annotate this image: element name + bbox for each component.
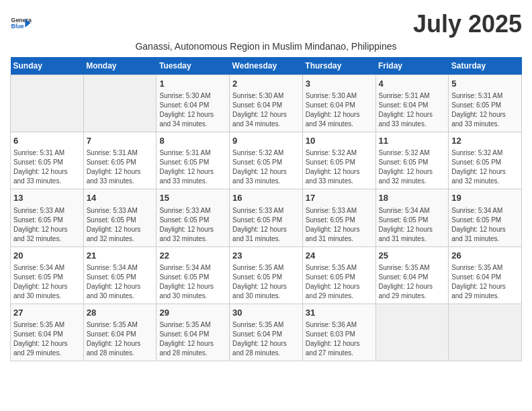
day-info: Daylight: 12 hours and 33 minutes. [13,167,81,186]
calendar-cell: 23Sunrise: 5:35 AMSunset: 6:05 PMDayligh… [230,246,303,304]
day-number: 7 [87,135,154,147]
day-info: Sunset: 6:05 PM [87,216,154,225]
page-title: July 2025 [413,10,522,38]
calendar-cell: 12Sunrise: 5:32 AMSunset: 6:05 PMDayligh… [449,132,522,189]
day-number: 22 [159,250,226,262]
day-info: Sunrise: 5:35 AM [232,320,300,330]
day-info: Sunrise: 5:35 AM [379,263,446,273]
day-number: 27 [13,307,81,319]
day-info: Sunset: 6:05 PM [451,158,519,167]
calendar-cell [11,75,84,132]
calendar-cell: 17Sunrise: 5:33 AMSunset: 6:05 PMDayligh… [302,189,375,246]
calendar-header-thursday: Thursday [302,57,375,75]
day-info: Daylight: 12 hours and 29 minutes. [13,339,81,358]
day-info: Sunrise: 5:35 AM [451,263,519,273]
day-info: Daylight: 12 hours and 28 minutes. [87,339,154,358]
day-number: 13 [13,192,81,204]
day-info: Sunset: 6:05 PM [159,158,226,167]
day-info: Daylight: 12 hours and 33 minutes. [87,167,154,186]
calendar-table: SundayMondayTuesdayWednesdayThursdayFrid… [10,57,522,361]
calendar-header-monday: Monday [83,57,157,75]
calendar-cell: 15Sunrise: 5:33 AMSunset: 6:05 PMDayligh… [157,189,230,246]
calendar-cell: 22Sunrise: 5:34 AMSunset: 6:05 PMDayligh… [157,246,230,304]
day-info: Daylight: 12 hours and 32 minutes. [87,225,154,244]
day-info: Sunset: 6:05 PM [451,101,519,110]
calendar-cell: 24Sunrise: 5:35 AMSunset: 6:05 PMDayligh… [302,246,375,304]
calendar-cell: 20Sunrise: 5:34 AMSunset: 6:05 PMDayligh… [11,246,84,304]
calendar-header-friday: Friday [375,57,449,75]
day-info: Sunrise: 5:34 AM [379,206,446,216]
day-number: 6 [13,135,81,147]
day-info: Sunrise: 5:35 AM [306,263,373,273]
day-info: Sunset: 6:04 PM [451,273,519,282]
calendar-cell: 25Sunrise: 5:35 AMSunset: 6:04 PMDayligh… [375,246,449,304]
day-info: Sunrise: 5:35 AM [159,320,226,330]
day-number: 14 [87,192,154,204]
day-info: Sunset: 6:03 PM [306,330,373,339]
day-info: Sunset: 6:04 PM [159,330,226,339]
day-info: Daylight: 12 hours and 30 minutes. [232,282,300,301]
day-info: Sunrise: 5:33 AM [306,206,373,216]
day-number: 26 [451,250,519,262]
calendar-cell: 21Sunrise: 5:34 AMSunset: 6:05 PMDayligh… [83,246,157,304]
day-number: 30 [232,307,300,319]
calendar-header-row: SundayMondayTuesdayWednesdayThursdayFrid… [11,57,522,75]
day-info: Daylight: 12 hours and 28 minutes. [159,339,226,358]
day-info: Sunset: 6:04 PM [87,330,154,339]
day-info: Sunrise: 5:32 AM [232,148,300,158]
calendar-cell: 1Sunrise: 5:30 AMSunset: 6:04 PMDaylight… [157,75,230,132]
day-info: Daylight: 12 hours and 31 minutes. [232,225,300,244]
day-info: Sunrise: 5:34 AM [451,206,519,216]
calendar-week-2: 6Sunrise: 5:31 AMSunset: 6:05 PMDaylight… [11,132,522,189]
day-info: Sunset: 6:05 PM [232,158,300,167]
calendar-cell: 13Sunrise: 5:33 AMSunset: 6:05 PMDayligh… [11,189,84,246]
day-number: 15 [159,192,226,204]
day-info: Sunset: 6:05 PM [232,216,300,225]
calendar-body: 1Sunrise: 5:30 AMSunset: 6:04 PMDaylight… [11,75,522,361]
day-info: Daylight: 12 hours and 31 minutes. [451,225,519,244]
day-info: Daylight: 12 hours and 29 minutes. [451,282,519,301]
day-info: Daylight: 12 hours and 27 minutes. [306,339,373,358]
day-number: 16 [232,192,300,204]
day-info: Daylight: 12 hours and 33 minutes. [451,110,519,129]
day-info: Sunset: 6:04 PM [232,330,300,339]
day-info: Daylight: 12 hours and 32 minutes. [159,225,226,244]
calendar-cell: 28Sunrise: 5:35 AMSunset: 6:04 PMDayligh… [83,304,157,361]
day-info: Daylight: 12 hours and 33 minutes. [379,110,446,129]
day-info: Daylight: 12 hours and 29 minutes. [306,282,373,301]
day-number: 31 [306,307,373,319]
calendar-cell: 16Sunrise: 5:33 AMSunset: 6:05 PMDayligh… [230,189,303,246]
logo-icon: General Blue [10,13,32,35]
day-number: 23 [232,250,300,262]
day-info: Daylight: 12 hours and 34 minutes. [159,110,226,129]
day-number: 19 [451,192,519,204]
day-number: 5 [451,78,519,90]
day-info: Daylight: 12 hours and 28 minutes. [232,339,300,358]
day-info: Sunset: 6:05 PM [306,158,373,167]
day-info: Sunset: 6:05 PM [87,158,154,167]
day-info: Sunset: 6:04 PM [379,273,446,282]
day-info: Daylight: 12 hours and 30 minutes. [87,282,154,301]
day-info: Sunrise: 5:34 AM [13,263,81,273]
day-info: Sunrise: 5:31 AM [13,148,81,158]
calendar-cell: 9Sunrise: 5:32 AMSunset: 6:05 PMDaylight… [230,132,303,189]
day-number: 11 [379,135,446,147]
day-number: 2 [232,78,300,90]
calendar-header-wednesday: Wednesday [230,57,303,75]
day-info: Sunset: 6:05 PM [306,216,373,225]
day-info: Sunrise: 5:33 AM [159,206,226,216]
day-info: Sunset: 6:05 PM [232,273,300,282]
day-number: 9 [232,135,300,147]
calendar-cell: 18Sunrise: 5:34 AMSunset: 6:05 PMDayligh… [375,189,449,246]
day-number: 24 [306,250,373,262]
day-info: Sunrise: 5:34 AM [87,263,154,273]
day-info: Sunset: 6:04 PM [13,330,81,339]
day-info: Daylight: 12 hours and 34 minutes. [306,110,373,129]
day-info: Sunset: 6:05 PM [13,158,81,167]
calendar-cell: 10Sunrise: 5:32 AMSunset: 6:05 PMDayligh… [302,132,375,189]
day-info: Sunrise: 5:31 AM [87,148,154,158]
day-info: Sunrise: 5:34 AM [159,263,226,273]
day-info: Sunrise: 5:35 AM [13,320,81,330]
svg-text:Blue: Blue [11,23,24,30]
day-info: Sunrise: 5:33 AM [87,206,154,216]
